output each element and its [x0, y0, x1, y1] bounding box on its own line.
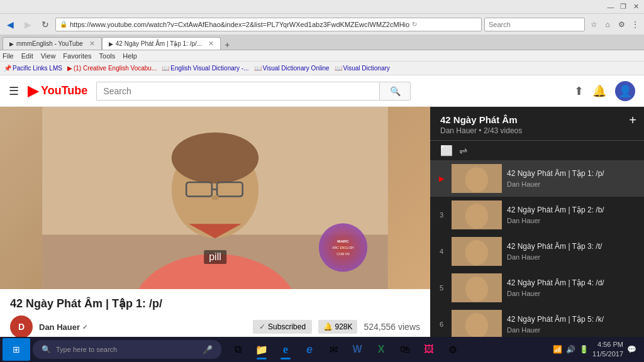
channel-info: Dan Hauer ✓ [39, 322, 247, 332]
battery-icon[interactable]: 🔋 [579, 345, 589, 354]
playlist-item-title-3: 42 Ngày Phát Âm | Tập 3: /t/ [507, 242, 638, 252]
menu-edit[interactable]: Edit [21, 52, 33, 60]
close-button[interactable]: ✕ [631, 3, 640, 11]
forward-button[interactable]: ▶ [20, 17, 35, 32]
titlebar-controls: — ❐ ✕ [606, 3, 640, 11]
bookmark-4[interactable]: 📖 Visual Dictionary Online [254, 65, 330, 72]
volume-icon[interactable]: 🔊 [566, 345, 575, 354]
playlist-panel: 42 Ngày Phát Âm Dan Hauer • 2/43 videos … [430, 107, 644, 343]
tab2-close[interactable]: ✕ [208, 40, 214, 48]
playlist-item-title-5: 42 Ngày Phát Âm | Tập 5: /k/ [507, 315, 638, 325]
ie-icon: e [306, 343, 313, 356]
menu-file[interactable]: File [3, 52, 14, 60]
yt-header-actions: ⬆ 🔔 👤 [574, 81, 635, 101]
playlist-item-info-4: 42 Ngày Phát Âm | Tập 4: /d/ Dan Hauer [507, 278, 638, 297]
refresh-button[interactable]: ↻ [38, 17, 53, 32]
playlist-item[interactable]: 3 42 Ngày Phát Âm | Tập 2: /b/ Dan Hauer [430, 197, 644, 233]
new-tab-button[interactable]: + [221, 40, 233, 50]
tab1-close[interactable]: ✕ [89, 40, 95, 48]
playlist-item[interactable]: 4 42 Ngày Phát Âm | Tập 3: /t/ Dan Hauer [430, 233, 644, 270]
bookmark4-icon: 📖 [254, 65, 262, 72]
menu-favorites[interactable]: Favorites [63, 52, 91, 60]
start-button[interactable]: ⊞ [3, 338, 30, 361]
taskbar-store[interactable]: 🛍 [394, 338, 416, 361]
taskbar-ie[interactable]: e [298, 338, 321, 361]
taskbar-search-box[interactable]: 🔍 Type here to search 🎤 [33, 340, 221, 359]
excel-icon: X [378, 344, 385, 355]
playlist-items: ▶ 42 Ngày Phá [430, 160, 644, 343]
menu-view[interactable]: View [41, 52, 56, 60]
network-icon[interactable]: 📶 [553, 345, 562, 354]
bookmark-1[interactable]: 📌 Pacific Links LMS [4, 65, 62, 72]
svg-point-19 [465, 204, 488, 229]
yt-upload-button[interactable]: ⬆ [574, 84, 584, 98]
svg-text:ARC ENGLISH: ARC ENGLISH [332, 246, 354, 250]
playlist-item[interactable]: ▶ 42 Ngày Phá [430, 160, 644, 197]
maximize-button[interactable]: ❐ [619, 3, 628, 11]
bell-button[interactable]: 🔔 928K [318, 320, 357, 334]
subscribe-button[interactable]: ✓ Subscribed [253, 320, 312, 334]
taskbar-settings[interactable]: ⚙ [441, 338, 464, 361]
taskbar-photos[interactable]: 🖼 [418, 338, 440, 361]
menu-help[interactable]: Help [123, 52, 137, 60]
menu-icon[interactable]: ⋮ [629, 18, 641, 31]
edge-icon: e [283, 343, 288, 356]
playlist-item-num-5: 6 [436, 321, 447, 328]
bookmark-2[interactable]: ▶ (1) Creative English Vocabu... [67, 65, 157, 72]
yt-logo-text: YouTube [41, 84, 87, 97]
clock-time: 4:56 PM [592, 340, 623, 349]
right-panel: 42 Ngày Phát Âm Dan Hauer • 2/43 videos … [430, 107, 644, 362]
address-bar[interactable]: 🔒 https://www.youtube.com/watch?v=CxtAwA… [55, 18, 482, 31]
browser-search-input[interactable] [484, 18, 585, 31]
taskbar-mail[interactable]: ✉ [322, 338, 345, 361]
bookmark-5[interactable]: 📖 Visual Dictionary [335, 65, 390, 72]
tab2-icon: ▶ [109, 41, 113, 47]
menu-tools[interactable]: Tools [99, 52, 116, 60]
tab-1[interactable]: ▶ mmmEnglish - YouTube ✕ [3, 37, 102, 50]
mail-icon: ✉ [330, 344, 338, 356]
taskbar-file-explorer[interactable]: 📁 [250, 338, 273, 361]
playlist-item-channel-5: Dan Hauer [507, 326, 638, 334]
settings-icon[interactable]: ⚙ [615, 18, 628, 31]
playlist-item-channel-1: Dan Hauer [507, 180, 638, 188]
tab2-label: 42 Ngày Phát Âm | Tập 1: /p/... [116, 40, 202, 47]
yt-search-input[interactable] [96, 82, 379, 101]
channel-avatar[interactable]: D [10, 315, 33, 338]
playlist-item-title-4: 42 Ngày Phát Âm | Tập 4: /d/ [507, 278, 638, 288]
mic-icon: 🎤 [203, 345, 213, 354]
svg-point-28 [465, 313, 488, 338]
taskbar-search-text: Type here to search [56, 346, 117, 353]
browser-navbar: ◀ ▶ ↻ 🔒 https://www.youtube.com/watch?v=… [0, 14, 644, 35]
playlist-item-info-2: 42 Ngày Phát Âm | Tập 2: /b/ Dan Hauer [507, 206, 638, 224]
yt-logo[interactable]: ▶ YouTube [28, 83, 87, 99]
yt-notifications-button[interactable]: 🔔 [592, 84, 606, 98]
star-icon[interactable]: ☆ [587, 18, 600, 31]
notification-icon[interactable]: 💬 [627, 345, 636, 354]
minimize-button[interactable]: — [606, 3, 615, 11]
video-player[interactable]: MARC ARC ENGLISH COM VN pill [0, 107, 430, 289]
playlist-item-channel-2: Dan Hauer [507, 217, 638, 224]
taskbar-word[interactable]: W [346, 338, 369, 361]
systray-clock[interactable]: 4:56 PM 11/5/2017 [592, 340, 623, 359]
yt-avatar[interactable]: 👤 [615, 81, 635, 101]
playlist-thumb-1 [452, 164, 502, 193]
home-icon[interactable]: ⌂ [601, 18, 614, 31]
playlist-add-button[interactable]: + [629, 113, 636, 128]
playlist-item-channel-4: Dan Hauer [507, 290, 638, 297]
taskbar-excel[interactable]: X [370, 338, 392, 361]
taskbar-edge[interactable]: e [274, 338, 297, 361]
yt-menu-button[interactable]: ☰ [9, 84, 19, 98]
playlist-item[interactable]: 5 42 Ngày Phát Âm | Tập 4: /d/ Dan Hauer [430, 270, 644, 306]
bookmark5-icon: 📖 [335, 65, 342, 72]
back-button[interactable]: ◀ [3, 17, 18, 32]
views-count: 524,556 views [364, 322, 420, 332]
taskbar-task-view[interactable]: ⧉ [226, 338, 249, 361]
tab-2[interactable]: ▶ 42 Ngày Phát Âm | Tập 1: /p/... ✕ [102, 37, 221, 50]
yt-search-button[interactable]: 🔍 [379, 82, 411, 101]
video-title: 42 Ngày Phát Âm | Tập 1: /p/ [10, 297, 420, 310]
playlist-playing-icon: ▶ [436, 175, 447, 183]
bookmark-3[interactable]: 📖 English Visual Dictionary -... [162, 65, 248, 72]
playlist-subtitle: Dan Hauer • 2/43 videos [440, 126, 634, 135]
playlist-shuffle-button[interactable]: ⇌ [459, 145, 467, 156]
playlist-expand-button[interactable]: ⬜ [440, 145, 453, 156]
